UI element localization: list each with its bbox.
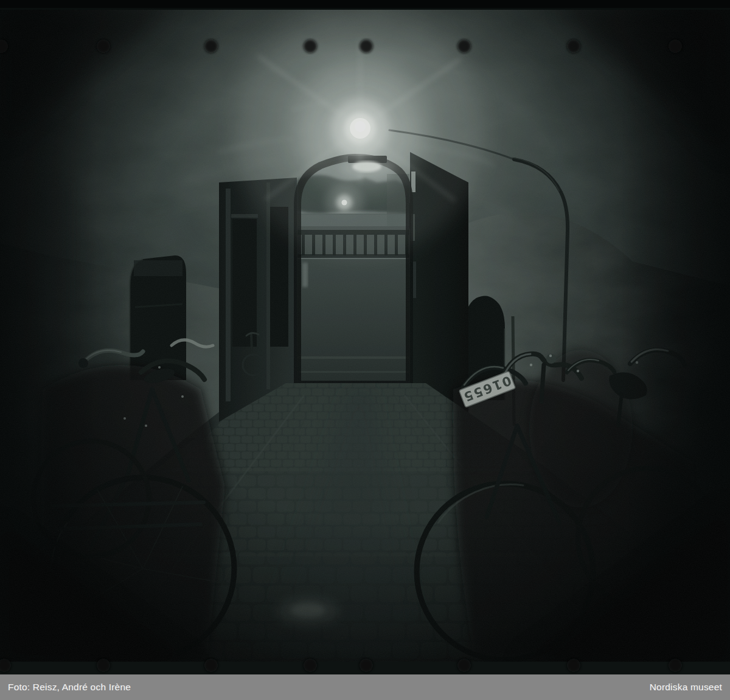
museum-credit: Nordiska museet bbox=[650, 682, 722, 693]
caption-bar: Foto: Reisz, André och Irène Nordiska mu… bbox=[0, 674, 730, 700]
film-border-top bbox=[0, 0, 730, 8]
film-grain-overlay bbox=[0, 8, 730, 664]
photograph-night-alley: 01655 bbox=[0, 0, 730, 674]
archive-photo-page: 01655 bbox=[0, 0, 730, 700]
photographer-credit: Foto: Reisz, André och Irène bbox=[8, 682, 131, 693]
